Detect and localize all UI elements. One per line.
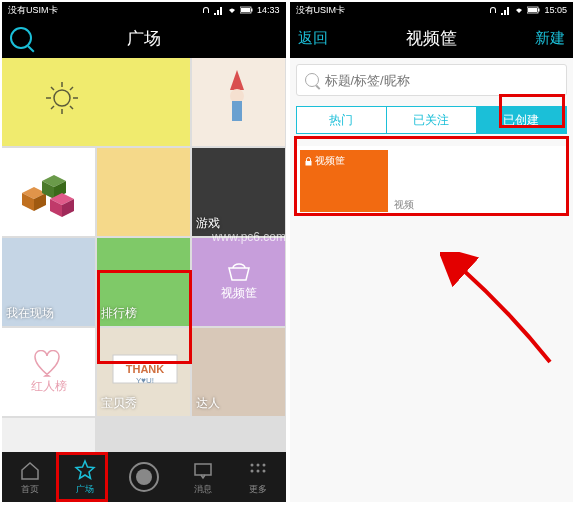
status-icons: 14:33 [201, 5, 280, 15]
svg-point-19 [256, 463, 259, 466]
svg-rect-1 [251, 9, 253, 12]
search-box[interactable] [296, 64, 568, 96]
headphone-icon [488, 5, 498, 15]
nav-label: 首页 [21, 483, 39, 496]
sun-icon [42, 78, 82, 118]
tile-gnome[interactable] [192, 58, 285, 146]
battery-icon [527, 5, 541, 15]
nav-record[interactable] [129, 462, 159, 492]
battery-icon [240, 5, 254, 15]
svg-rect-17 [195, 464, 211, 475]
signal-icon [214, 5, 224, 15]
nav-label: 消息 [194, 483, 212, 496]
svg-point-12 [230, 89, 244, 103]
new-button[interactable]: 新建 [535, 29, 565, 48]
tile-label: 达人 [196, 395, 220, 412]
tile-label: 我在现场 [6, 305, 54, 322]
tile-video-content: 视频筐 [221, 262, 257, 302]
svg-rect-13 [232, 101, 242, 121]
nav-home[interactable]: 首页 [19, 459, 41, 496]
search-icon [10, 27, 32, 49]
gnome-icon [222, 68, 252, 128]
tab-followed[interactable]: 已关注 [387, 107, 476, 133]
svg-text:Y♥U!: Y♥U! [136, 376, 154, 385]
svg-rect-25 [538, 9, 540, 12]
tile-video-basket[interactable]: 视频筐 [192, 238, 285, 326]
svg-line-10 [51, 106, 54, 109]
back-button[interactable]: 返回 [298, 29, 328, 48]
status-bar: 没有USIM卡 15:05 [290, 2, 574, 18]
bottom-nav: 首页 广场 消息 更多 [2, 452, 286, 502]
svg-line-11 [70, 87, 73, 90]
tile-label: 宝贝秀 [101, 395, 137, 412]
phone-right: 没有USIM卡 15:05 返回 视频筐 新建 热门 已关注 已创建 [290, 2, 574, 502]
highlight-tab [499, 94, 565, 128]
time-text: 14:33 [257, 5, 280, 15]
tile-feet[interactable] [2, 418, 95, 452]
tile-label: 红人榜 [31, 378, 67, 395]
more-icon [247, 459, 269, 481]
search-button[interactable] [10, 27, 32, 49]
content-grid: 游戏 我在现场 排行榜 视频筐 红人榜 THANKY♥U! 宝贝秀 达人 [2, 58, 286, 452]
tile-label: 视频筐 [221, 285, 257, 302]
svg-point-21 [250, 469, 253, 472]
header-title: 视频筐 [406, 27, 457, 50]
search-icon [305, 73, 319, 87]
status-bar: 没有USIM卡 14:33 [2, 2, 286, 18]
tile-talent[interactable]: 达人 [192, 328, 285, 416]
highlight-tile [97, 270, 192, 364]
record-icon [129, 462, 159, 492]
phone-left: 没有USIM卡 14:33 广场 游戏 我在现场 排行榜 [2, 2, 286, 502]
header: 广场 [2, 18, 286, 58]
tile-sticks[interactable] [97, 148, 190, 236]
headphone-icon [201, 5, 211, 15]
message-icon [192, 459, 214, 481]
nav-messages[interactable]: 消息 [192, 459, 214, 496]
wifi-icon [514, 5, 524, 15]
header: 返回 视频筐 新建 [290, 18, 574, 58]
svg-rect-2 [241, 8, 250, 12]
svg-line-9 [70, 106, 73, 109]
highlight-nav [56, 452, 108, 502]
carrier-text: 没有USIM卡 [8, 4, 58, 17]
tile-red-rank[interactable]: 红人榜 [2, 328, 95, 416]
svg-point-20 [262, 463, 265, 466]
carrier-text: 没有USIM卡 [296, 4, 346, 17]
heart-icon [33, 350, 65, 378]
tile-scene[interactable]: 我在现场 [2, 238, 95, 326]
svg-point-18 [250, 463, 253, 466]
tile-featured[interactable] [2, 58, 190, 146]
svg-point-3 [54, 90, 70, 106]
status-icons: 15:05 [488, 5, 567, 15]
search-input[interactable] [325, 73, 559, 88]
time-text: 15:05 [544, 5, 567, 15]
svg-text:THANK: THANK [126, 363, 165, 375]
tile-game[interactable]: 游戏 [192, 148, 285, 236]
tile-blocks[interactable] [2, 148, 95, 236]
wifi-icon [227, 5, 237, 15]
svg-rect-26 [528, 8, 537, 12]
blocks-icon [12, 163, 82, 223]
tab-hot[interactable]: 热门 [297, 107, 386, 133]
highlight-item [294, 136, 570, 216]
svg-point-22 [256, 469, 259, 472]
nav-more[interactable]: 更多 [247, 459, 269, 496]
svg-line-8 [51, 87, 54, 90]
signal-icon [501, 5, 511, 15]
svg-point-23 [262, 469, 265, 472]
header-title: 广场 [127, 27, 161, 50]
home-icon [19, 459, 41, 481]
basket-icon [225, 262, 253, 282]
nav-label: 更多 [249, 483, 267, 496]
arrow-annotation [440, 252, 560, 372]
watermark: www.pc6.com [212, 230, 286, 244]
